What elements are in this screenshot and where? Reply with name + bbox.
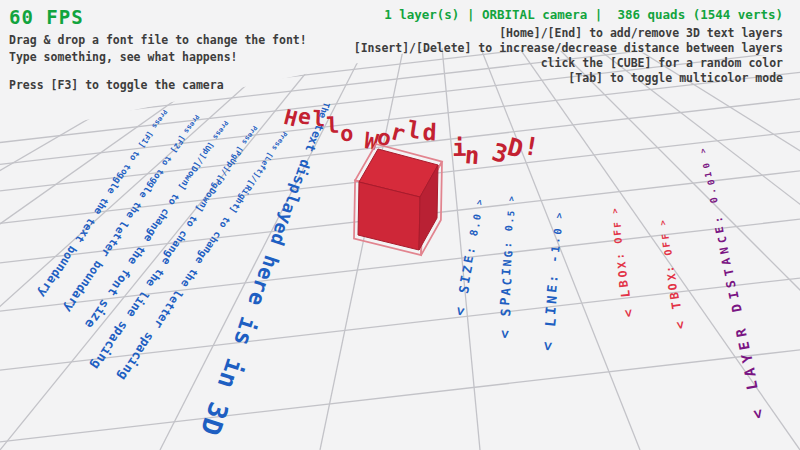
- hint-type-something: Type something, see what happens!: [9, 50, 237, 64]
- hint-layer-distance: [Insert]/[Delete] to increase/decrease d…: [354, 41, 783, 55]
- hint-drag-drop-font: Drag & drop a font file to change the fo…: [9, 33, 307, 47]
- status-bar: 1 layer(s) | ORBITAL camera | 386 quads …: [384, 7, 783, 22]
- hint-multicolor-mode: [Tab] to toggle multicolor mode: [568, 71, 783, 85]
- hint-cube-random-color: click the [CUBE] for a random color: [541, 56, 783, 70]
- cube[interactable]: [335, 128, 465, 268]
- font-demo-window: Hello World in 3D!The text displayed her…: [0, 0, 800, 450]
- hint-toggle-camera: Press [F3] to toggle the camera: [9, 78, 224, 92]
- fps-counter: 60 FPS: [9, 6, 84, 28]
- cube-faces: [358, 149, 438, 250]
- hint-add-remove-layers: [Home]/[End] to add/remove 3D text layer…: [499, 26, 783, 40]
